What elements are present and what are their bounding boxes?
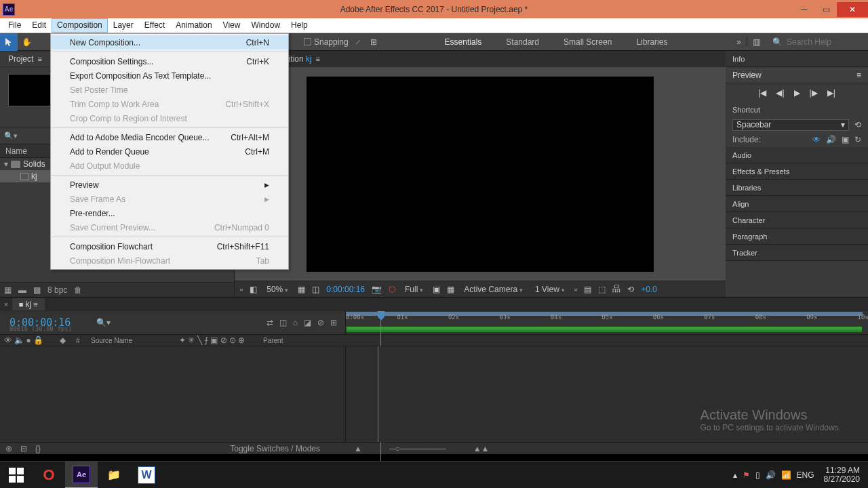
next-frame-icon[interactable]: |▶ — [810, 88, 818, 98]
panel-align[interactable]: Align — [726, 196, 868, 212]
taskbar-explorer[interactable]: 📁 — [98, 462, 130, 489]
include-audio-icon[interactable]: 🔊 — [826, 135, 836, 144]
start-button[interactable] — [0, 462, 33, 489]
new-comp-icon[interactable]: ▩ — [33, 285, 41, 295]
index-column-header[interactable]: # — [73, 335, 88, 346]
label-col-icon[interactable]: ◆ — [60, 336, 66, 345]
timeline-layer-list[interactable] — [0, 346, 346, 442]
draft3d-icon[interactable]: ◫ — [279, 318, 287, 327]
magnification-icon[interactable]: ▫ — [240, 285, 243, 294]
close-timeline-tab-icon[interactable]: × — [4, 301, 8, 308]
panel-libraries[interactable]: Libraries — [726, 180, 868, 196]
menu-item[interactable]: Add to Render QueueCtrl+M — [51, 144, 288, 159]
tl-foot-icon-1[interactable]: ⊕ — [5, 444, 12, 453]
solo-col-icon[interactable]: ● — [26, 336, 31, 345]
lock-col-icon[interactable]: 🔒 — [33, 336, 43, 345]
motion-blur-icon[interactable]: ⊘ — [317, 318, 324, 327]
tray-clock[interactable]: 11:29 AM 8/27/2020 — [820, 466, 864, 484]
toggle-switches-modes[interactable]: Toggle Switches / Modes — [230, 444, 340, 453]
snapping-toggle[interactable]: Snapping ⟋ ⊞ — [300, 37, 381, 47]
video-col-icon[interactable]: 👁 — [4, 336, 12, 345]
project-tab[interactable]: Project ≡ — [0, 52, 51, 66]
timeline-search-icon[interactable]: 🔍▾ — [96, 318, 111, 327]
resolution-dropdown[interactable]: Full — [402, 285, 426, 294]
workspace-standard[interactable]: Standard — [494, 37, 551, 47]
include-video-icon[interactable]: 👁 — [812, 135, 821, 144]
exposure-value[interactable]: +0.0 — [641, 285, 657, 294]
menu-file[interactable]: File — [3, 18, 26, 33]
camera-dropdown[interactable]: Active Camera — [461, 285, 526, 294]
reset-shortcut-icon[interactable]: ⟲ — [854, 120, 861, 129]
grid-icon[interactable]: ▦ — [298, 285, 305, 294]
color-depth[interactable]: 8 bpc — [47, 285, 67, 295]
play-icon[interactable]: ▶ — [794, 88, 800, 98]
timeline-tracks[interactable] — [346, 346, 868, 442]
snapshot-icon[interactable]: 📷 — [372, 285, 382, 294]
channel-icon[interactable]: ⬡ — [389, 285, 395, 294]
source-name-column-header[interactable]: Source Name — [88, 335, 176, 346]
menu-composition[interactable]: Composition — [52, 18, 108, 33]
tray-wifi-icon[interactable]: 📶 — [781, 470, 791, 480]
menu-edit[interactable]: Edit — [26, 18, 52, 33]
current-time[interactable]: 0:00:00:16 — [326, 285, 365, 294]
menu-help[interactable]: Help — [285, 18, 313, 33]
taskbar-word[interactable]: W — [130, 462, 163, 489]
frame-blend-icon[interactable]: ◪ — [304, 318, 311, 327]
loop-icon[interactable]: ↻ — [854, 135, 861, 144]
panel-paragraph[interactable]: Paragraph — [726, 228, 868, 245]
pixel-aspect-icon[interactable]: ▫ — [574, 285, 577, 294]
zoom-slider[interactable]: ─○──────── — [389, 444, 446, 453]
more-workspaces-icon[interactable]: » — [731, 37, 747, 47]
minimize-button[interactable]: ─ — [793, 2, 815, 17]
tray-network-icon[interactable]: ▯ — [755, 470, 760, 480]
info-panel-header[interactable]: Info — [726, 51, 868, 67]
panel-tracker[interactable]: Tracker — [726, 245, 868, 261]
trash-icon[interactable]: 🗑 — [74, 285, 82, 295]
menu-window[interactable]: Window — [245, 18, 285, 33]
zoom-out-icon[interactable]: ▲ — [354, 444, 362, 453]
tray-action-center-icon[interactable]: ⚑ — [743, 470, 750, 480]
tl-foot-icon-2[interactable]: ⊟ — [20, 444, 27, 453]
preview-panel-header[interactable]: Preview≡ — [726, 67, 868, 83]
maximize-button[interactable]: ▭ — [815, 2, 837, 17]
workspace-panel-icon[interactable]: ▥ — [747, 37, 766, 47]
workspace-essentials[interactable]: Essentials — [433, 37, 494, 47]
workspace-small-screen[interactable]: Small Screen — [551, 37, 624, 47]
taskbar-opera[interactable]: O — [33, 462, 65, 489]
new-folder-icon[interactable]: ▬ — [18, 285, 26, 295]
comp-mini-flowchart-icon[interactable]: ⇄ — [267, 318, 273, 327]
shortcut-dropdown[interactable]: Spacebar▾ — [732, 119, 849, 131]
timeline-ruler[interactable]: 0:00s01s02s03s04s05s06s07s08s09s10s — [346, 311, 868, 334]
last-frame-icon[interactable]: ▶| — [827, 88, 835, 98]
prev-frame-icon[interactable]: ◀| — [776, 88, 784, 98]
tray-language[interactable]: ENG — [797, 470, 814, 480]
zoom-in-icon[interactable]: ▲▲ — [473, 444, 490, 453]
menu-item[interactable]: Export Composition As Text Template... — [51, 68, 288, 83]
panel-effects-presets[interactable]: Effects & Presets — [726, 163, 868, 180]
taskbar-after-effects[interactable]: Ae — [65, 462, 98, 489]
transparency-grid-icon[interactable]: ▦ — [447, 285, 454, 294]
panel-character[interactable]: Character — [726, 212, 868, 228]
parent-column-header[interactable]: Parent — [260, 335, 346, 346]
fast-preview-icon[interactable]: ▤ — [584, 285, 591, 294]
audio-col-icon[interactable]: 🔈 — [14, 336, 24, 345]
roi-icon[interactable]: ▣ — [433, 285, 440, 294]
tray-show-hidden-icon[interactable]: ▴ — [733, 470, 737, 480]
timeline-icon[interactable]: ⬚ — [598, 285, 606, 294]
menu-view[interactable]: View — [218, 18, 246, 33]
first-frame-icon[interactable]: |◀ — [758, 88, 766, 98]
switches-icons[interactable]: ✦ ✳ ╲ ⨍ ▣ ⊘ ⊙ ⊕ — [179, 336, 245, 345]
tray-volume-icon[interactable]: 🔊 — [766, 470, 776, 480]
menu-effect[interactable]: Effect — [139, 18, 170, 33]
panel-audio[interactable]: Audio — [726, 147, 868, 163]
views-dropdown[interactable]: 1 View — [532, 285, 568, 294]
current-time-indicator[interactable] — [378, 311, 384, 334]
search-help[interactable]: 🔍 — [766, 37, 868, 47]
reset-exposure-icon[interactable]: ⟲ — [627, 285, 634, 294]
menu-item[interactable]: New Composition...Ctrl+N — [51, 35, 288, 49]
mask-icon[interactable]: ◫ — [312, 285, 319, 294]
timeline-tab[interactable]: ■ kj ≡ — [12, 298, 45, 310]
menu-item[interactable]: Composition Settings...Ctrl+K — [51, 54, 288, 68]
menu-item[interactable]: Add to Adobe Media Encoder Queue...Ctrl+… — [51, 130, 288, 144]
menu-item[interactable]: Pre-render... — [51, 206, 288, 220]
